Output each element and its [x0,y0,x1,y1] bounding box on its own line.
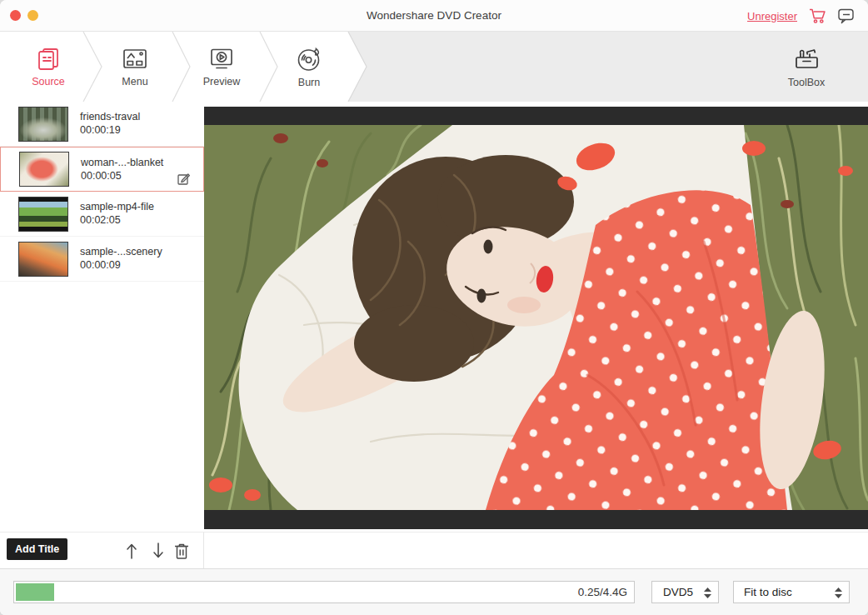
cart-icon[interactable] [809,8,826,24]
workflow-tabs: Source Menu [0,32,868,102]
stepper-arrows-icon [704,588,711,598]
video-thumbnail [18,197,68,232]
tab-burn-label: Burn [298,77,320,88]
source-icon [36,47,61,72]
video-name: sample-...scenery [80,246,162,258]
video-duration: 00:00:09 [80,259,121,271]
feedback-icon[interactable] [838,8,855,24]
burn-icon [296,46,322,72]
capacity-bar: 0.25/4.4G [13,581,635,603]
video-player[interactable] [204,107,868,529]
capacity-text: 0.25/4.4G [578,582,627,602]
edit-video-icon[interactable] [177,172,191,185]
menu-icon [122,47,148,72]
tab-menu-label: Menu [122,76,147,88]
tab-source[interactable]: Source [5,32,92,102]
app-window: Wondershare DVD Creator Unregister [0,0,868,615]
video-thumbnail [18,107,68,142]
video-list: friends-traval 00:00:19 woman-...-blanke… [0,102,204,532]
fit-mode-select[interactable]: Fit to disc [733,581,850,603]
disc-type-select[interactable]: DVD5 [651,581,719,603]
tab-toolbox[interactable]: ToolBox [763,32,850,102]
preview-icon [208,47,235,72]
video-thumbnail [19,152,69,187]
video-duration: 00:00:05 [81,170,122,182]
add-title-button[interactable]: Add Title [7,538,67,560]
tab-burn[interactable]: Burn [267,32,352,102]
toolbox-icon [791,46,821,72]
list-item-selected[interactable]: woman-...-blanket 00:00:05 [0,147,204,192]
video-thumbnail [18,242,68,277]
move-down-icon[interactable] [148,541,168,561]
tab-menu[interactable]: Menu [93,32,177,102]
stepper-arrows-icon [835,588,842,598]
tab-source-label: Source [32,76,65,88]
delete-icon[interactable] [172,541,192,561]
fit-mode-value: Fit to disc [744,586,792,598]
video-frame-woman-on-blanket [204,125,868,510]
video-duration: 00:02:05 [80,214,121,226]
tab-preview-label: Preview [203,76,240,88]
unregister-link[interactable]: Unregister [747,10,797,22]
list-item[interactable]: friends-traval 00:00:19 [0,102,204,147]
list-item[interactable]: sample-...scenery 00:00:09 [0,237,204,282]
list-item[interactable]: sample-mp4-file 00:02:05 [0,192,204,237]
title-bar: Wondershare DVD Creator Unregister [0,0,868,32]
tab-toolbox-label: ToolBox [788,77,825,88]
capacity-fill [16,583,54,601]
tab-preview[interactable]: Preview [180,32,263,102]
list-actions: Add Title [0,532,204,569]
video-name: friends-traval [80,111,140,122]
playback-bar: Add Title [0,532,868,568]
disc-type-value: DVD5 [663,586,693,598]
move-up-icon[interactable] [122,541,142,561]
video-name: sample-mp4-file [80,201,154,212]
video-duration: 00:00:19 [80,124,121,136]
preview-pane [204,102,868,532]
titlebar-actions: Unregister [747,0,855,32]
window-title: Wondershare DVD Creator [0,0,868,32]
status-bar: 0.25/4.4G DVD5 Fit to disc [0,568,868,615]
video-name: woman-...-blanket [81,157,163,168]
